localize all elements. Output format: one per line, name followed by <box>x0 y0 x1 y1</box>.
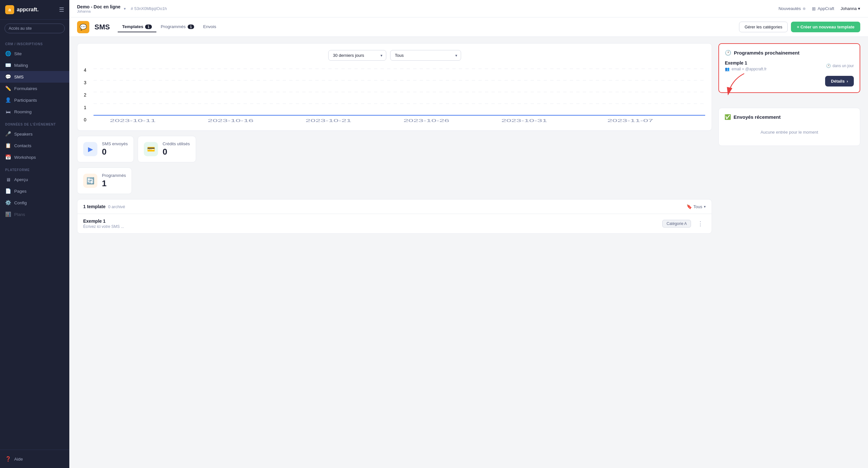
sidebar-item-label: SMS <box>14 75 24 79</box>
topbar-demo: Demo - Doc en ligne Johanna <box>77 4 121 13</box>
filter-select[interactable]: Tous <box>390 50 461 61</box>
stat-label: Programmés <box>102 173 126 178</box>
user-name: Johanna <box>841 6 857 11</box>
manage-categories-button[interactable]: Gérer les catégories <box>739 22 788 32</box>
sidebar-item-participants[interactable]: 👤 Participants <box>0 94 69 106</box>
sms-icon: 💬 <box>5 74 11 80</box>
sidebar-item-label: Participants <box>14 98 37 103</box>
logo-icon: a <box>5 5 14 14</box>
appcraft-link[interactable]: ⊞ AppCraft <box>812 6 834 11</box>
svg-text:2023-11-07: 2023-11-07 <box>607 118 653 123</box>
sidebar-logo: a appcraft. ☰ <box>0 0 69 20</box>
sidebar-item-label: Config <box>14 200 27 205</box>
y-label-1: 1 <box>84 105 86 110</box>
page-icon: 📄 <box>5 188 11 194</box>
stat-value: 0 <box>102 147 128 157</box>
sidebar-item-label: Plans <box>14 212 25 217</box>
sidebar-item-aide[interactable]: ❓ Aide <box>0 453 69 465</box>
sidebar-item-label: Mailing <box>14 63 28 68</box>
svg-text:2023-10-16: 2023-10-16 <box>208 118 253 123</box>
stat-card-sms-envoyes: ▶ SMS envoyés 0 <box>77 136 134 162</box>
chart-area: 2023-10-11 2023-10-16 2023-10-21 2023-10… <box>94 66 705 124</box>
chevron-down-icon[interactable]: ▾ <box>124 6 126 11</box>
templates-list-section: 1 template 0 archivé 🔖 Tous ▾ Exemple 1 … <box>77 199 712 234</box>
svg-text:2023-10-31: 2023-10-31 <box>501 118 547 123</box>
config-icon: ⚙️ <box>5 200 11 206</box>
topbar: Demo - Doc en ligne Johanna ▾ # 53nX0Mbj… <box>69 0 868 18</box>
sidebar-item-formulaires[interactable]: ✏️ Formulaires <box>0 83 69 94</box>
sidebar-item-pages[interactable]: 📄 Pages <box>0 185 69 197</box>
chevron-down-icon: ▾ <box>704 205 706 209</box>
tab-templates[interactable]: Templates 1 <box>118 22 156 32</box>
envoyes-empty: Aucune entrée pour le moment <box>724 124 854 140</box>
filter-label: Tous <box>693 204 702 209</box>
stat-card-programmes: 🔄 Programmés 1 <box>77 168 132 194</box>
sidebar-item-apercu[interactable]: 🖥 Aperçu <box>0 174 69 185</box>
sidebar-item-contacts[interactable]: 📋 Contacts <box>0 140 69 151</box>
tab-envois[interactable]: Envois <box>198 22 221 32</box>
template-info: Exemple 1 Écrivez ici votre SMS ... <box>83 218 124 229</box>
nouveautes[interactable]: Nouveautés <box>778 6 805 11</box>
svg-text:2023-10-11: 2023-10-11 <box>110 118 156 123</box>
stat-label: SMS envoyés <box>102 141 128 146</box>
details-button[interactable]: Détails › <box>825 76 854 87</box>
template-menu-button[interactable]: ⋮ <box>695 219 706 229</box>
templates-count: 1 template <box>83 204 105 209</box>
bed-icon: 🛏 <box>5 109 11 115</box>
create-template-button[interactable]: + Créer un nouveau template <box>791 22 860 32</box>
appcraft-label: AppCraft <box>818 6 834 11</box>
nouveautes-label: Nouveautés <box>778 6 801 11</box>
stat-cards-row2: 🔄 Programmés 1 <box>77 168 712 194</box>
stats-controls: 30 derniers jours 7 derniers jours 90 de… <box>84 50 705 61</box>
envoyes-title: ✅ Envoyés récemment <box>724 114 854 120</box>
templates-filter[interactable]: 🔖 Tous ▾ <box>686 204 706 209</box>
contacts-icon: 📋 <box>5 143 11 148</box>
monitor-icon: 🖥 <box>5 177 11 182</box>
y-label-4: 4 <box>84 67 86 72</box>
access-site-button[interactable]: Accès au site <box>4 24 65 33</box>
chart-container: 4 3 2 1 0 <box>84 66 705 124</box>
chart-y-labels: 4 3 2 1 0 <box>84 66 86 124</box>
prog-item-name: Exemple 1 <box>725 60 767 65</box>
sidebar: a appcraft. ☰ Accès au site CRM / INSCRI… <box>0 0 69 468</box>
sms-page-icon: 💬 <box>77 21 89 33</box>
chevron-right-icon: › <box>847 79 848 84</box>
sidebar-item-sms[interactable]: 💬 SMS <box>0 71 69 83</box>
sidebar-item-rooming[interactable]: 🛏 Rooming <box>0 106 69 117</box>
topbar-right: Nouveautés ⊞ AppCraft Johanna ▾ <box>778 6 860 11</box>
sidebar-item-label: Rooming <box>14 110 32 114</box>
stat-label: Crédits utilisés <box>162 141 190 146</box>
sidebar-item-label: Contacts <box>14 143 31 148</box>
user-menu[interactable]: Johanna ▾ <box>841 6 860 11</box>
prog-item-row: Exemple 1 👥 email = @appcraft.fr 🕐 dans … <box>725 60 854 71</box>
left-column: 30 derniers jours 7 derniers jours 90 de… <box>77 43 712 234</box>
time-icon: 🕐 <box>826 64 831 68</box>
sidebar-item-workshops[interactable]: 📅 Workshops <box>0 151 69 163</box>
sidebar-section-plateforme: PLATEFORME <box>0 163 69 174</box>
prochainement-title: 🕐 Programmés prochainement <box>725 50 854 56</box>
tab-programmes-badge: 1 <box>188 25 194 29</box>
template-name: Exemple 1 <box>83 218 124 224</box>
stat-value: 0 <box>162 147 190 157</box>
template-row: Exemple 1 Écrivez ici votre SMS ... Caté… <box>78 214 712 233</box>
sidebar-item-mailing[interactable]: ✉️ Mailing <box>0 59 69 71</box>
prog-item: Exemple 1 👥 email = @appcraft.fr 🕐 dans … <box>725 60 854 87</box>
period-select[interactable]: 30 derniers jours 7 derniers jours 90 de… <box>328 50 386 61</box>
sidebar-section-donnees: DONNÉES DE L'ÉVÉNEMENT <box>0 117 69 128</box>
sidebar-section-crm: CRM / INSCRIPTIONS <box>0 37 69 48</box>
sidebar-item-speakers[interactable]: 🎤 Speakers <box>0 128 69 140</box>
tab-programmes[interactable]: Programmés 1 <box>156 22 198 32</box>
send-icon: ▶ <box>83 142 97 156</box>
plans-icon: 📊 <box>5 211 11 217</box>
template-tag: Catégorie A <box>662 220 691 228</box>
speaker-icon: 🎤 <box>5 131 11 137</box>
sidebar-item-site[interactable]: 🌐 Site <box>0 48 69 59</box>
hamburger-icon[interactable]: ☰ <box>59 6 64 13</box>
prog-item-meta: 👥 email = @appcraft.fr <box>725 67 767 71</box>
hash-label: # 53nX0MbjqIOo1h <box>131 6 167 11</box>
credits-icon: 💳 <box>144 142 158 156</box>
y-label-2: 2 <box>84 92 86 97</box>
demo-name: Demo - Doc en ligne <box>77 4 121 9</box>
sidebar-item-config[interactable]: ⚙️ Config <box>0 197 69 208</box>
sidebar-item-label: Workshops <box>14 155 36 160</box>
